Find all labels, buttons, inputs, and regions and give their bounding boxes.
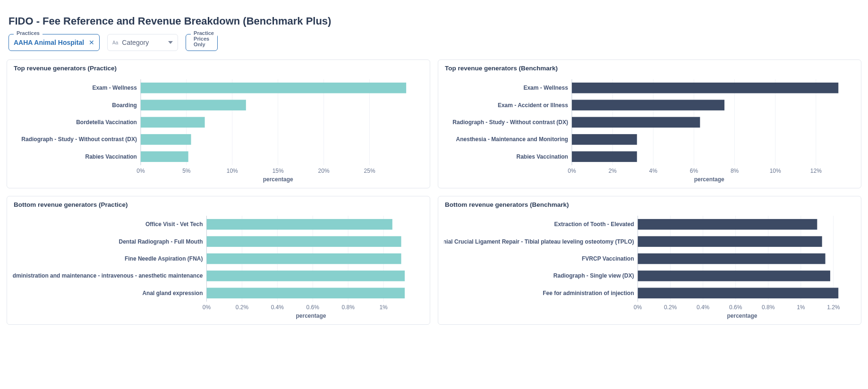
bar[interactable] (141, 83, 406, 93)
bar-label: Office Visit - Vet Tech (145, 221, 203, 228)
bar-label: Radiograph - Single view (DX) (553, 272, 634, 279)
x-axis-title: percentage (296, 313, 326, 319)
bar[interactable] (141, 134, 191, 145)
bar-label: Cranial Crucial Ligament Repair - Tibial… (444, 238, 634, 245)
bar[interactable] (638, 288, 839, 299)
x-axis-title: percentage (263, 176, 293, 183)
card-bottom-benchmark: Bottom revenue generators (Benchmark) 0%… (438, 196, 861, 325)
svg-text:10%: 10% (770, 168, 781, 174)
bar[interactable] (638, 271, 830, 281)
svg-text:0.4%: 0.4% (697, 304, 710, 311)
bar-label: Fluids administration and maintenance - … (13, 272, 203, 279)
svg-text:4%: 4% (649, 168, 658, 174)
practices-filter[interactable]: Practices AAHA Animal Hospital ✕ (9, 34, 100, 51)
practice-prices-only-label: Practice Prices Only (191, 30, 217, 47)
svg-text:1.2%: 1.2% (827, 304, 840, 311)
bar-label: Anal gland expression (142, 290, 203, 296)
chart-bottom-benchmark: 0%0.2%0.4%0.6%0.8%1%1.2%Extraction of To… (444, 213, 855, 321)
svg-text:1%: 1% (797, 304, 805, 311)
bar[interactable] (207, 254, 401, 264)
bar[interactable] (141, 100, 246, 110)
bar[interactable] (638, 254, 825, 264)
card-title: Bottom revenue generators (Practice) (14, 201, 424, 208)
card-top-practice: Top revenue generators (Practice) 0%5%10… (7, 59, 430, 188)
svg-text:15%: 15% (272, 168, 284, 174)
bar-label: Exam - Wellness (92, 85, 137, 91)
close-icon[interactable]: ✕ (89, 39, 94, 46)
svg-text:0%: 0% (634, 304, 642, 311)
svg-text:0.8%: 0.8% (762, 304, 775, 311)
bar[interactable] (207, 236, 401, 247)
bar-label: Rabies Vaccination (517, 153, 568, 160)
page-title: FIDO - Fee Reference and Revenue Breakdo… (9, 15, 859, 27)
card-title: Top revenue generators (Benchmark) (445, 65, 855, 72)
chart-top-benchmark: 0%2%4%6%8%10%12%Exam - WellnessExam - Ac… (444, 76, 855, 184)
svg-text:0.2%: 0.2% (664, 304, 677, 311)
bar[interactable] (572, 152, 637, 162)
bar-label: Fee for administration of injection (543, 290, 634, 296)
svg-text:12%: 12% (810, 168, 822, 174)
x-axis-title: percentage (694, 176, 724, 183)
x-axis-title: percentage (727, 313, 757, 319)
chart-top-practice: 0%5%10%15%20%25%Exam - WellnessBoardingB… (13, 76, 424, 184)
svg-text:0.6%: 0.6% (729, 304, 742, 311)
bar-label: Bordetella Vaccination (76, 119, 137, 126)
svg-text:6%: 6% (690, 168, 698, 174)
bar-label: FVRCP Vaccination (582, 255, 634, 262)
category-select-label: Category (122, 39, 149, 46)
svg-text:0.8%: 0.8% (341, 304, 355, 311)
bar[interactable] (141, 152, 188, 162)
practice-prices-only-filter[interactable]: Practice Prices Only Yes ✕ (186, 34, 218, 51)
bar[interactable] (572, 134, 637, 145)
bar-label: Extraction of Tooth - Elevated (554, 221, 634, 228)
chart-bottom-practice: 0%0.2%0.4%0.6%0.8%1%Office Visit - Vet T… (13, 213, 424, 321)
card-bottom-practice: Bottom revenue generators (Practice) 0%0… (7, 196, 430, 325)
practices-filter-value: AAHA Animal Hospital (14, 39, 84, 46)
bar[interactable] (207, 288, 405, 299)
text-icon: Aa (112, 40, 118, 45)
bar-label: Fine Needle Aspiration (FNA) (125, 255, 203, 262)
bar-label: Radiograph - Study - Without contrast (D… (21, 136, 137, 143)
card-title: Top revenue generators (Practice) (14, 65, 424, 72)
svg-text:0.4%: 0.4% (271, 304, 284, 311)
bar[interactable] (572, 117, 700, 128)
bar-label: Radiograph - Study - Without contrast (D… (452, 119, 568, 126)
svg-text:0.6%: 0.6% (306, 304, 320, 311)
bar-label: Boarding (112, 102, 137, 109)
bar[interactable] (638, 219, 817, 230)
bar-label: Exam - Accident or Illness (498, 102, 568, 109)
svg-text:20%: 20% (318, 168, 330, 174)
svg-text:2%: 2% (608, 168, 617, 174)
bar-label: Dental Radiograph - Full Mouth (119, 238, 203, 245)
bar[interactable] (141, 117, 205, 128)
svg-text:0%: 0% (136, 168, 145, 174)
svg-text:10%: 10% (227, 168, 238, 174)
svg-text:8%: 8% (731, 168, 739, 174)
card-top-benchmark: Top revenue generators (Benchmark) 0%2%4… (438, 59, 861, 188)
svg-text:0%: 0% (568, 168, 576, 174)
bar[interactable] (207, 219, 392, 230)
svg-text:25%: 25% (364, 168, 375, 174)
category-select[interactable]: Aa Category (107, 34, 178, 51)
practices-filter-label: Practices (14, 30, 43, 36)
charts-grid: Top revenue generators (Practice) 0%5%10… (7, 59, 861, 325)
svg-text:5%: 5% (182, 168, 191, 174)
filter-bar: Practices AAHA Animal Hospital ✕ Aa Cate… (9, 34, 861, 51)
bar[interactable] (638, 236, 822, 247)
chevron-down-icon (168, 41, 173, 44)
bar-label: Anesthesia - Maintenance and Monitoring (456, 136, 568, 143)
bar-label: Exam - Wellness (523, 85, 568, 91)
bar[interactable] (207, 271, 405, 281)
bar[interactable] (572, 83, 838, 93)
bar-label: Rabies Vaccination (85, 153, 137, 160)
svg-text:0.2%: 0.2% (236, 304, 249, 311)
dashboard-page: FIDO - Fee Reference and Revenue Breakdo… (0, 0, 868, 330)
bar[interactable] (572, 100, 724, 110)
svg-text:0%: 0% (203, 304, 211, 311)
card-title: Bottom revenue generators (Benchmark) (445, 201, 855, 208)
svg-text:1%: 1% (379, 304, 388, 311)
